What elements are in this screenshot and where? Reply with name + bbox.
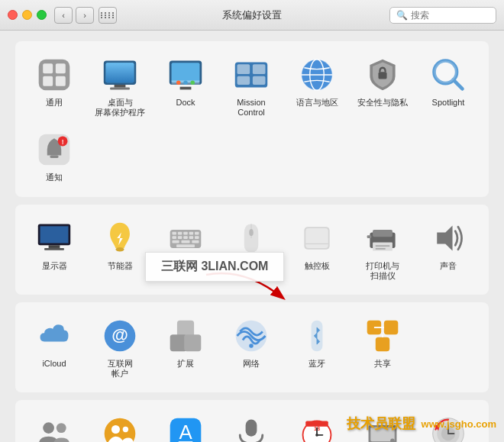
grid-view-button[interactable] (99, 7, 117, 24)
svg-rect-76 (376, 337, 389, 351)
general-label: 通用 (46, 98, 63, 108)
sharing-icon (363, 316, 402, 356)
language-icon (297, 55, 337, 95)
svg-rect-36 (49, 245, 60, 248)
icons-grid-personal: 通用 (23, 50, 481, 188)
svg-rect-49 (195, 236, 199, 239)
energy-icon (100, 218, 140, 258)
bottom-watermark: 技术员联盟 www.jsgho.com (347, 415, 496, 433)
svg-rect-42 (183, 231, 188, 234)
svg-rect-16 (180, 87, 192, 90)
dock-label: Dock (176, 98, 195, 108)
svg-rect-20 (237, 76, 250, 85)
svg-rect-44 (195, 231, 199, 234)
svg-rect-60 (373, 229, 393, 236)
svg-rect-57 (305, 228, 328, 248)
pref-printer[interactable]: 打印机与扫描仪 (351, 214, 414, 286)
energy-label: 节能器 (108, 261, 133, 271)
security-label: 安全性与隐私 (357, 98, 408, 108)
language-label: 语言与地区 (296, 98, 338, 108)
maximize-button[interactable] (37, 10, 47, 20)
pref-network[interactable]: 网络 (220, 311, 283, 373)
pref-display[interactable]: 显示器 (23, 214, 86, 276)
pref-dock[interactable]: Dock (154, 50, 217, 112)
pref-notifications[interactable]: ! 通知 (23, 125, 86, 187)
svg-rect-7 (106, 63, 134, 82)
search-input[interactable] (411, 10, 489, 21)
pref-bluetooth[interactable]: 蓝牙 (286, 311, 348, 373)
svg-rect-40 (172, 231, 176, 234)
svg-rect-63 (376, 247, 386, 249)
pref-mission[interactable]: MissionControl (220, 50, 283, 122)
forward-button[interactable]: › (76, 7, 94, 24)
nav-buttons: ‹ › (54, 7, 94, 24)
svg-rect-46 (178, 236, 183, 239)
svg-rect-53 (176, 244, 195, 247)
parental-icon (100, 414, 140, 442)
pref-appstore[interactable]: A App Store (154, 409, 217, 442)
svg-point-14 (183, 80, 188, 85)
svg-marker-65 (437, 225, 452, 250)
svg-rect-48 (189, 236, 194, 239)
mission-icon (231, 55, 271, 95)
pref-desktop[interactable]: 桌面与屏幕保护程序 (89, 50, 151, 122)
internet-label: 互联网帐户 (108, 359, 133, 379)
svg-text:!: ! (62, 138, 64, 146)
sound-label: 声音 (440, 261, 457, 271)
svg-rect-86 (246, 420, 257, 437)
icloud-icon (34, 316, 74, 356)
brand-url: www.jsgho.com (422, 418, 496, 430)
pref-parental[interactable]: 家长控制 (89, 409, 151, 442)
preferences-content: 通用 (0, 31, 504, 442)
svg-point-38 (115, 247, 124, 252)
svg-rect-4 (56, 76, 66, 86)
svg-rect-51 (181, 240, 189, 243)
svg-point-72 (249, 344, 254, 348)
sound-icon (428, 218, 468, 258)
display-label: 显示器 (42, 261, 67, 271)
svg-rect-75 (384, 321, 398, 334)
pref-trackpad[interactable]: 触控板 (286, 214, 348, 276)
svg-rect-64 (367, 235, 372, 238)
desktop-icon (100, 55, 140, 95)
notifications-label: 通知 (46, 173, 63, 182)
back-button[interactable]: ‹ (54, 7, 73, 24)
section-internet: iCloud @ 互联网帐户 (15, 302, 489, 392)
pref-general[interactable]: 通用 (23, 50, 86, 112)
extensions-icon (166, 316, 205, 356)
network-label: 网络 (243, 359, 260, 369)
pref-icloud[interactable]: iCloud (23, 311, 86, 373)
svg-rect-11 (172, 63, 200, 82)
svg-rect-35 (40, 226, 69, 243)
users-icon (34, 414, 74, 442)
svg-rect-3 (43, 76, 53, 86)
search-box[interactable]: 🔍 (389, 7, 496, 24)
pref-sound[interactable]: 声音 (417, 214, 480, 276)
mission-label: MissionControl (237, 98, 265, 118)
minimize-button[interactable] (22, 10, 32, 20)
trackpad-icon (297, 218, 337, 258)
svg-rect-9 (110, 88, 130, 90)
pref-spotlight[interactable]: Spotlight (417, 50, 480, 112)
close-button[interactable] (8, 10, 18, 20)
pref-dictation[interactable]: 听写与语音 (220, 409, 283, 442)
pref-sharing[interactable]: 共享 (351, 311, 414, 373)
datetime-icon: 18 (297, 414, 337, 442)
pref-datetime[interactable]: 18 日期与时间 (286, 409, 348, 442)
svg-point-55 (249, 229, 254, 236)
pref-internet[interactable]: @ 互联网帐户 (89, 311, 151, 383)
watermark: 三联网 3LIAN.COM (145, 252, 284, 282)
pref-extensions[interactable]: 扩展 (154, 311, 217, 373)
pref-language[interactable]: 语言与地区 (286, 50, 348, 112)
svg-rect-21 (253, 76, 266, 85)
svg-rect-52 (192, 240, 199, 243)
svg-rect-19 (253, 64, 266, 74)
pref-users[interactable]: 用户与群组 (23, 409, 86, 442)
svg-point-15 (190, 80, 195, 85)
pref-security[interactable]: 安全性与隐私 (351, 50, 414, 112)
svg-point-83 (123, 427, 128, 432)
grid-dots-icon (101, 12, 115, 18)
bluetooth-icon (297, 316, 337, 356)
network-icon (231, 316, 271, 356)
pref-energy[interactable]: 节能器 (89, 214, 151, 276)
